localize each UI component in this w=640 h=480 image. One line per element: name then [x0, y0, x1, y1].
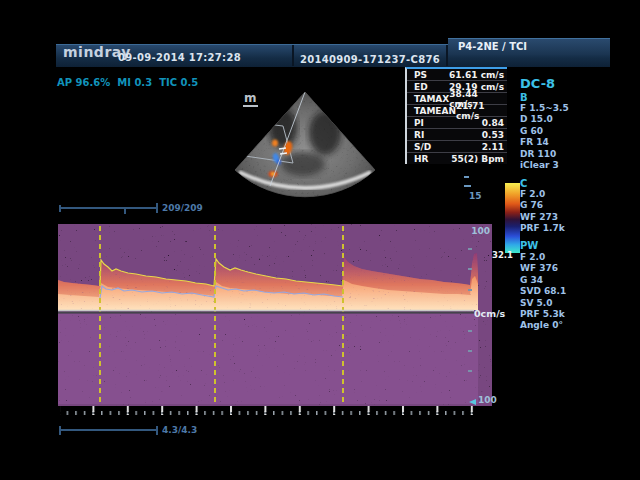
tic-index: TIC 0.5: [159, 77, 198, 88]
measurement-results-panel: PS61.61 cm/s ED29.19 cm/s TAMAX38.44 cm/…: [405, 67, 507, 164]
cine-progress-bar[interactable]: [60, 207, 157, 209]
datetime: 09-09-2014 17:27:28: [118, 52, 241, 63]
scale-tick: [468, 350, 472, 352]
b-mode-image: [213, 86, 398, 198]
color-mode-section-title: C: [520, 178, 527, 189]
mechanical-index: MI 0.3: [117, 77, 152, 88]
depth-tick: [464, 176, 469, 178]
scale-tick: [468, 289, 472, 291]
velocity-scale-bottom: 100: [478, 395, 497, 405]
depth-label: 15: [469, 191, 482, 201]
orientation-mark: m: [243, 92, 258, 107]
pw-mode-section-title: PW: [520, 240, 538, 251]
measurement-row: HR55(2) Bpm: [407, 153, 507, 164]
sweep-bar-end-tick: [156, 426, 158, 435]
spectral-doppler-display: [58, 224, 492, 422]
scale-tick: [468, 330, 472, 332]
scale-tick: [468, 248, 472, 250]
exam-id: 20140909-171237-C876: [300, 54, 440, 65]
acoustic-status: AP 96.6%MI 0.3TIC 0.5: [57, 77, 205, 88]
acoustic-power: AP 96.6%: [57, 77, 110, 88]
system-name: DC-8: [520, 76, 555, 91]
depth-tick: [464, 185, 471, 187]
b-mode-section-title: B: [520, 92, 528, 103]
measurement-row: PS61.61 cm/s: [407, 69, 507, 81]
sweep-progress-bar[interactable]: [60, 429, 157, 431]
velocity-scale-top: 100: [464, 226, 490, 236]
scale-tick: [468, 268, 472, 270]
baseline-shift-icon: [469, 399, 476, 405]
cine-bar-end-tick: [156, 203, 158, 213]
sweep-time-counter: 4.3/4.3: [162, 425, 197, 435]
probe-preset-tab[interactable]: P4-2NE / TCI: [448, 38, 610, 55]
ultrasound-screen: mindray 09-09-2014 17:27:28 20140909-171…: [0, 0, 640, 480]
measurement-row: RI0.53: [407, 129, 507, 141]
probe-preset-label: P4-2NE / TCI: [458, 41, 527, 52]
cine-frame-counter: 209/209: [162, 203, 203, 213]
pw-mode-params: F 2.0WF 376G 34SVD 68.1SV 5.0PRF 5.3kAng…: [520, 252, 566, 332]
header-divider: [292, 45, 294, 66]
color-mode-params: F 2.0G 76WF 273PRF 1.7k: [520, 189, 565, 235]
velocity-scale-zero: 0cm/s: [474, 308, 505, 319]
cine-position-marker[interactable]: [124, 209, 126, 214]
scale-tick: [468, 370, 472, 372]
measurement-row: TAMEAN21.71 cm/s: [407, 105, 507, 117]
b-mode-params: F 1.5~3.5D 15.0G 60FR 14DR 110iClear 3: [520, 103, 569, 171]
color-doppler-scale-bar: [505, 183, 520, 253]
measurement-row: S/D2.11: [407, 141, 507, 153]
